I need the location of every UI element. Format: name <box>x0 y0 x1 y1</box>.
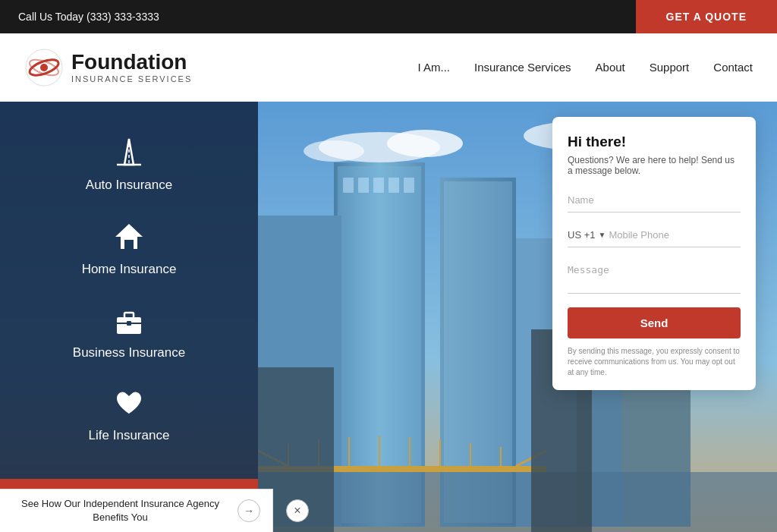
nav-about[interactable]: About <box>596 61 625 74</box>
svg-rect-42 <box>124 240 134 249</box>
contact-title: Hi there! <box>568 134 741 150</box>
logo: Foundation INSURANCE SERVICES <box>24 48 192 87</box>
header: Foundation INSURANCE SERVICES I Am... In… <box>0 33 777 102</box>
home-insurance-label: Home Insurance <box>82 262 177 277</box>
svg-rect-14 <box>373 178 384 193</box>
svg-marker-40 <box>115 224 143 237</box>
svg-rect-13 <box>358 178 369 193</box>
bottom-bar-arrow-button[interactable]: → <box>238 499 260 522</box>
bottom-notification-bar: See How Our Independent Insurance Agency… <box>0 489 273 532</box>
svg-point-6 <box>387 130 463 157</box>
logo-title: Foundation <box>71 51 192 74</box>
chevron-down-icon: ▼ <box>599 231 606 239</box>
life-insurance-icon <box>114 389 144 423</box>
svg-rect-34 <box>258 472 777 532</box>
svg-rect-12 <box>343 178 354 193</box>
logo-icon <box>24 48 64 87</box>
country-code-selector[interactable]: US +1 ▼ <box>568 223 609 247</box>
auto-insurance-label: Auto Insurance <box>86 178 172 193</box>
bottom-bar-close-button[interactable]: × <box>286 499 309 522</box>
close-icon: × <box>294 504 300 518</box>
top-cta-button[interactable]: GET A QUOTE <box>636 0 777 33</box>
hero-section: Auto Insurance Home Insurance <box>0 102 777 532</box>
insurance-menu: Auto Insurance Home Insurance <box>0 102 258 479</box>
home-insurance-icon <box>113 222 145 257</box>
business-insurance-label: Business Insurance <box>73 345 185 360</box>
logo-text: Foundation INSURANCE SERVICES <box>71 51 192 83</box>
contact-disclaimer: By sending this message, you expressly c… <box>568 346 741 378</box>
svg-rect-44 <box>124 313 134 319</box>
svg-rect-16 <box>404 178 414 193</box>
svg-point-3 <box>40 64 48 71</box>
life-insurance-label: Life Insurance <box>89 428 170 443</box>
contact-subtitle: Questions? We are here to help! Send us … <box>568 155 741 176</box>
svg-rect-15 <box>388 178 399 193</box>
message-input[interactable] <box>568 258 741 294</box>
send-button[interactable]: Send <box>568 307 741 338</box>
svg-rect-46 <box>127 321 131 326</box>
phone-row: US +1 ▼ <box>568 223 741 247</box>
nav-insurance-services[interactable]: Insurance Services <box>474 61 571 74</box>
nav-i-am[interactable]: I Am... <box>417 61 450 74</box>
country-code-label: US +1 <box>568 229 596 241</box>
home-insurance-item[interactable]: Home Insurance <box>15 216 243 283</box>
bottom-bar-text: See How Our Independent Insurance Agency… <box>12 497 228 524</box>
business-insurance-item[interactable]: Business Insurance <box>15 301 243 367</box>
phone-input[interactable] <box>609 223 741 247</box>
name-input[interactable] <box>568 188 741 212</box>
top-bar: Call Us Today (333) 333-3333 GET A QUOTE <box>0 0 777 33</box>
contact-form-panel: Hi there! Questions? We are here to help… <box>552 117 756 390</box>
auto-insurance-icon <box>112 137 146 173</box>
insurance-menu-panel: Auto Insurance Home Insurance <box>0 102 258 532</box>
main-nav: I Am... Insurance Services About Support… <box>417 61 753 74</box>
auto-insurance-item[interactable]: Auto Insurance <box>15 131 243 199</box>
svg-point-7 <box>304 140 364 162</box>
phone-number: Call Us Today (333) 333-3333 <box>18 11 159 23</box>
life-insurance-item[interactable]: Life Insurance <box>15 383 243 449</box>
nav-support[interactable]: Support <box>650 61 690 74</box>
nav-contact[interactable]: Contact <box>713 61 753 74</box>
business-insurance-icon <box>114 307 144 341</box>
logo-subtitle: INSURANCE SERVICES <box>71 74 192 83</box>
arrow-right-icon: → <box>244 505 254 517</box>
